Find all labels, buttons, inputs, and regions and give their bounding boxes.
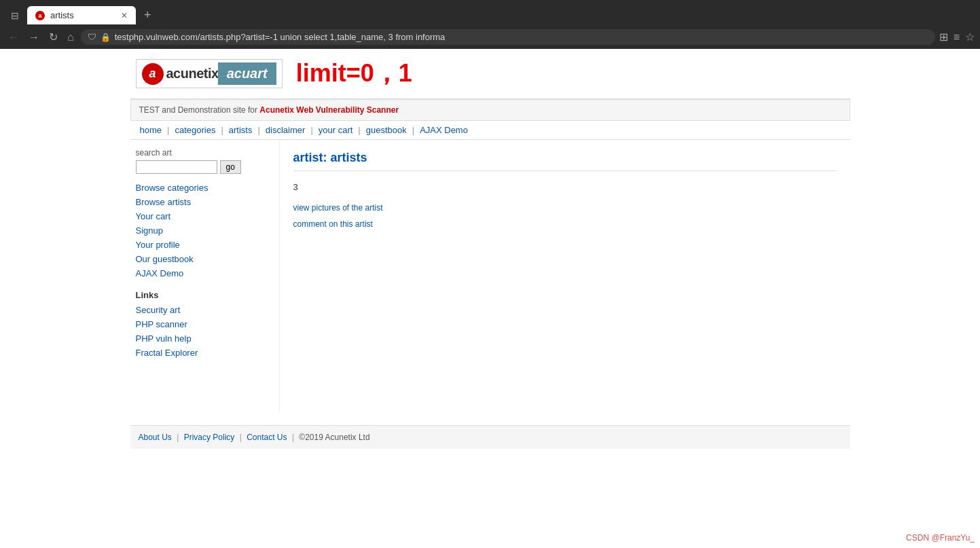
shield-icon: 🛡 [88, 32, 96, 42]
new-tab-button[interactable]: + [139, 5, 157, 25]
view-pictures-link[interactable]: view pictures of the artist [293, 203, 837, 213]
demo-banner: TEST and Demonstration site for Acunetix… [130, 99, 850, 121]
sidebar-link-fractal-explorer[interactable]: Fractal Explorer [136, 346, 274, 360]
demo-banner-prefix: TEST and Demonstration site for [139, 105, 260, 115]
main-nav: home | categories | artists | disclaimer… [130, 121, 850, 140]
sidebar-links-section: Links Security art PHP scanner PHP vuln … [136, 290, 274, 360]
sidebar-link-signup[interactable]: Signup [136, 223, 274, 238]
nav-categories[interactable]: categories [170, 125, 219, 135]
footer-privacy-link[interactable]: Privacy Policy [184, 433, 235, 442]
sidebar-link-php-scanner[interactable]: PHP scanner [136, 317, 274, 331]
footer-copyright: ©2019 Acunetix Ltd [299, 433, 369, 442]
reload-button[interactable]: ↻ [46, 29, 60, 45]
logo-acunetix-text: acunetix [166, 66, 219, 81]
url-display: testphp.vulnweb.com/artists.php?artist=-… [115, 32, 928, 42]
nav-artists[interactable]: artists [225, 125, 257, 135]
comment-link[interactable]: comment on this artist [293, 219, 837, 229]
sidebar-link-browse-artists[interactable]: Browse artists [136, 195, 274, 209]
nav-disclaimer[interactable]: disclaimer [261, 125, 310, 135]
nav-home[interactable]: home [136, 125, 166, 135]
nav-ajax-demo[interactable]: AJAX Demo [416, 125, 472, 135]
demo-banner-link[interactable]: Acunetix Web Vulnerability Scanner [259, 105, 399, 115]
page-wrapper: a acunetix acuart limit=0，1 TEST and Dem… [130, 49, 850, 449]
logo-acuart-text: acuart [218, 62, 276, 85]
search-row: go [136, 160, 274, 174]
browser-tab[interactable]: a artists ✕ [27, 6, 136, 24]
nav-your-cart[interactable]: your cart [314, 125, 357, 135]
sidebar-links-label: Links [136, 290, 274, 300]
address-bar[interactable]: 🛡 🔒 testphp.vulnweb.com/artists.php?arti… [81, 29, 935, 45]
forward-button[interactable]: → [26, 30, 42, 45]
tab-favicon: a [35, 11, 45, 20]
sidebar-link-our-guestbook[interactable]: Our guestbook [136, 252, 274, 266]
injection-title: limit=0，1 [296, 57, 412, 90]
bookmark-icon[interactable]: ☆ [965, 31, 975, 43]
sidebar-link-php-vuln-help[interactable]: PHP vuln help [136, 331, 274, 346]
tab-manager-icon[interactable]: ⊟ [5, 6, 24, 25]
sidebar: search art go Browse categories Browse a… [130, 140, 280, 412]
search-input[interactable] [136, 160, 217, 174]
qr-icon[interactable]: ⊞ [939, 31, 948, 43]
toolbar-icons: ⊞ ≡ ☆ [939, 31, 975, 43]
site-header: a acunetix acuart limit=0，1 [130, 49, 850, 99]
footer-about-link[interactable]: About Us [139, 433, 172, 442]
search-button[interactable]: go [220, 160, 241, 174]
reader-icon[interactable]: ≡ [954, 31, 960, 43]
site-footer: About Us | Privacy Policy | Contact Us |… [130, 425, 850, 449]
home-button[interactable]: ⌂ [65, 30, 77, 45]
artist-title: artist: artists [293, 151, 837, 171]
lock-icon: 🔒 [101, 33, 111, 42]
artist-number: 3 [293, 182, 837, 192]
sidebar-link-security-art[interactable]: Security art [136, 303, 274, 317]
sidebar-link-your-cart[interactable]: Your cart [136, 209, 274, 223]
footer-contact-link[interactable]: Contact Us [247, 433, 287, 442]
address-bar-row: ← → ↻ ⌂ 🛡 🔒 testphp.vulnweb.com/artists.… [0, 25, 980, 49]
logo-acunetix: a acunetix acuart [136, 59, 283, 88]
tab-close-button[interactable]: ✕ [121, 11, 128, 20]
search-label: search art [136, 148, 274, 158]
content-area: artist: artists 3 view pictures of the a… [280, 140, 850, 412]
browser-chrome: ⊟ a artists ✕ + ← → ↻ ⌂ 🛡 🔒 testphp.vuln… [0, 0, 980, 49]
main-layout: search art go Browse categories Browse a… [130, 140, 850, 412]
logo-circle-icon: a [142, 63, 164, 85]
tab-bar: ⊟ a artists ✕ + [0, 0, 980, 25]
sidebar-link-ajax-demo[interactable]: AJAX Demo [136, 266, 274, 280]
sidebar-link-browse-categories[interactable]: Browse categories [136, 181, 274, 195]
back-button[interactable]: ← [5, 30, 22, 45]
sidebar-link-your-profile[interactable]: Your profile [136, 238, 274, 252]
nav-guestbook[interactable]: guestbook [362, 125, 411, 135]
tab-title: artists [50, 10, 74, 20]
